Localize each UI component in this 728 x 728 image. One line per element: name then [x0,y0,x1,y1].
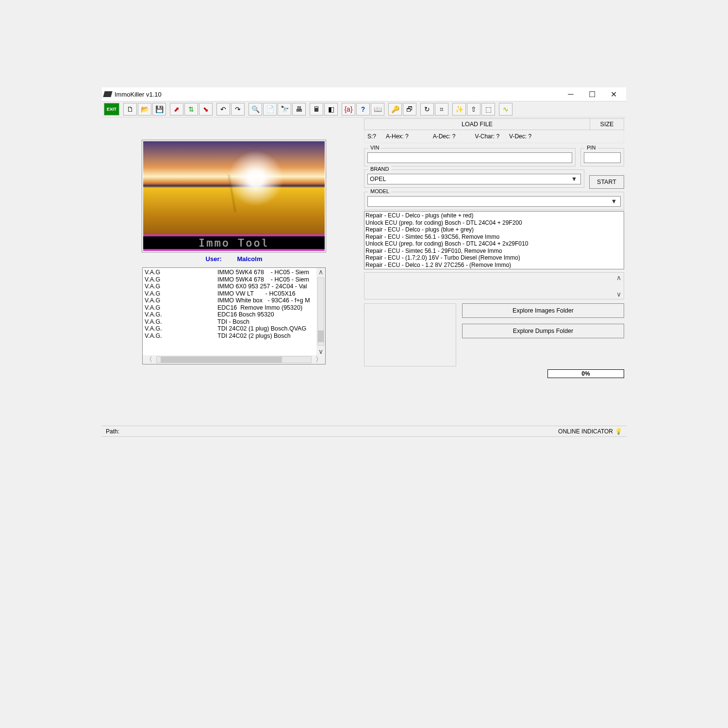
model-option[interactable]: Repair - ECU - Simtec 56.1 - 29F010, Rem… [365,248,623,255]
left-pane: Immo Tool User: Malcolm V.A.GIMMO 5WK4 6… [102,117,364,421]
transfer-icon[interactable]: ⇅ [184,103,198,116]
list-item[interactable]: V.A.G.EDC16 Bosch 95320 [145,311,323,318]
redo-icon[interactable]: ↷ [231,103,245,116]
vin-field[interactable] [367,152,572,163]
path-label: Path: [106,428,119,435]
toolbar: EXIT 🗋 📂 💾 ⬈ ⇅ ⬊ ↶ ↷ 🔍 📄 🔭 🖶 🖩 ◧ {a} ? 📖… [102,101,626,117]
calculator-icon[interactable]: 🖩 [310,103,323,116]
list-item[interactable]: V.A.GEDC16 Remove Immo (95320) [145,304,323,312]
buffer-panel: ∧ ∨ [364,272,624,299]
pin-label: PIN [585,145,597,150]
save-icon[interactable]: 💾 [152,103,166,116]
list-item[interactable]: V.A.GIMMO 5WK4 678 - HC05 - Siem [145,276,323,283]
snake-icon[interactable]: ∿ [499,103,513,116]
scroll-right-icon[interactable]: 〉 [314,355,323,364]
model-option[interactable]: Repair - ECU - Delco - plugs (blue + gre… [365,226,623,233]
titlebar: ImmoKiller v1.10 ─ ☐ ✕ [102,87,626,101]
explore-images-button[interactable]: Explore Images Folder [462,303,624,318]
exit-button[interactable]: EXIT [104,103,119,116]
splash-banner: Immo Tool [143,234,325,251]
progress-bar: 0% [547,369,624,378]
info-row: S:? A-Hex: ? A-Dec: ? V-Char: ? V-Dec: ? [364,130,624,143]
explore-dumps-button[interactable]: Explore Dumps Folder [462,324,624,338]
refresh-icon[interactable]: ↻ [420,103,434,116]
splash-frame: Immo Tool [142,140,326,252]
brand-combobox[interactable]: OPEL ▼ [367,174,581,184]
brand-group: BRAND OPEL ▼ [364,169,584,188]
chip-icon[interactable]: ⌗ [435,103,448,116]
info-adec: A-Dec: ? [433,133,456,140]
scroll-up-icon[interactable]: ∧ [317,268,324,276]
brace-icon[interactable]: {a} [342,103,355,116]
load-file-label: LOAD FILE [364,119,590,130]
statusbar: Path: ONLINE INDICATOR 💡 [102,426,626,436]
find-page-icon[interactable]: 🔍 [248,103,262,116]
chevron-down-icon: ▼ [610,198,618,205]
wizard-icon[interactable]: ✨ [452,103,466,116]
list-item[interactable]: V.A.G.TDI - Bosch [145,318,323,326]
list-item[interactable]: V.A.GIMMO White box - 93C46 - f+g M [145,297,323,304]
user-label: User: [206,255,222,263]
window-icon[interactable]: ◧ [324,103,338,116]
list-item[interactable]: V.A.G.TDI 24C02 (1 plug) Bosch.QVAG [145,325,323,332]
close-button[interactable]: ✕ [603,87,624,101]
select-icon[interactable]: ⬚ [481,103,495,116]
chevron-down-icon: ▼ [570,176,579,182]
vehicle-listbox[interactable]: V.A.GIMMO 5WK4 678 - HC05 - SiemV.A.GIMM… [142,267,326,364]
print-icon[interactable]: 🖶 [292,103,306,116]
undo-icon[interactable]: ↶ [216,103,230,116]
help-icon[interactable]: ? [356,103,370,116]
bulb-icon: 💡 [615,428,622,435]
vin-group: VIN [364,148,576,166]
info-vchar: V-Char: ? [475,133,499,140]
pin-group: PIN [580,148,624,166]
maximize-button[interactable]: ☐ [581,87,603,101]
splash-image [143,141,325,234]
start-button[interactable]: START [589,175,624,189]
model-option[interactable]: Unlock ECU (prep. for coding) Bosch - DT… [365,219,623,227]
book-icon[interactable]: 📖 [371,103,384,116]
pin-field[interactable] [584,152,621,163]
upload-icon[interactable]: ⇧ [467,103,480,116]
app-icon [103,91,112,97]
user-line: User: Malcolm [206,255,263,263]
import-icon[interactable]: ⬈ [170,103,183,116]
model-dropdown-list[interactable]: Repair - ECU - Delco - plugs (white + re… [364,211,624,269]
scroll-left-icon[interactable]: 〈 [145,355,153,364]
model-group: MODEL ▼ [364,192,624,210]
export-icon[interactable]: ⬊ [199,103,213,116]
window-title: ImmoKiller v1.10 [115,91,162,98]
scroll-down-icon[interactable]: ∨ [317,347,324,355]
binoculars-icon[interactable]: 🔭 [278,103,291,116]
vin-label: VIN [368,145,381,150]
brand-value: OPEL [370,176,386,182]
model-combobox[interactable]: ▼ [367,196,621,207]
list-item[interactable]: V.A.G.TDI 24C02 (2 plugs) Bosch [145,332,323,340]
online-indicator-label: ONLINE INDICATOR [558,428,613,435]
progress-value: 0% [581,370,590,377]
preview-box [364,303,456,366]
model-option[interactable]: Repair - ECU - Simtec 56.1 - 93C56, Remo… [365,233,623,241]
open-folder-icon[interactable]: 📂 [138,103,151,116]
right-pane: LOAD FILE SIZE S:? A-Hex: ? A-Dec: ? V-C… [364,117,626,421]
scrollbar-vertical[interactable]: ∧ ∨ [316,268,325,355]
model-option[interactable]: Repair - ECU - Delco - 1.2 8V 27C256 - (… [365,262,623,269]
list-item[interactable]: V.A.GIMMO 5WK4 678 - HC05 - Siem [145,269,323,276]
scrollbar-horizontal[interactable]: 〈 〉 [143,355,325,364]
minimize-button[interactable]: ─ [560,87,581,101]
user-value: Malcolm [237,255,262,263]
scroll-down-icon[interactable]: ∨ [615,290,622,298]
windows-icon[interactable]: 🗗 [403,103,416,116]
brand-label: BRAND [368,166,391,172]
model-option[interactable]: Repair - ECU - Delco - plugs (white + re… [365,212,623,219]
scroll-up-icon[interactable]: ∧ [615,274,622,281]
key-icon[interactable]: 🔑 [388,103,402,116]
info-vdec: V-Dec: ? [509,133,531,140]
list-item[interactable]: V.A.GIMMO VW LT - HC05X16 [145,290,323,298]
scrollbar-vertical[interactable]: ∧ ∨ [615,274,623,298]
replace-icon[interactable]: 📄 [263,103,277,116]
model-option[interactable]: Repair - ECU - (1.7;2.0) 16V - Turbo Die… [365,254,623,262]
model-option[interactable]: Unlock ECU (prep. for coding) Bosch - DT… [365,240,623,248]
new-file-icon[interactable]: 🗋 [123,103,137,116]
list-item[interactable]: V.A.GIMMO 6X0 953 257 - 24C04 - Val [145,283,323,290]
